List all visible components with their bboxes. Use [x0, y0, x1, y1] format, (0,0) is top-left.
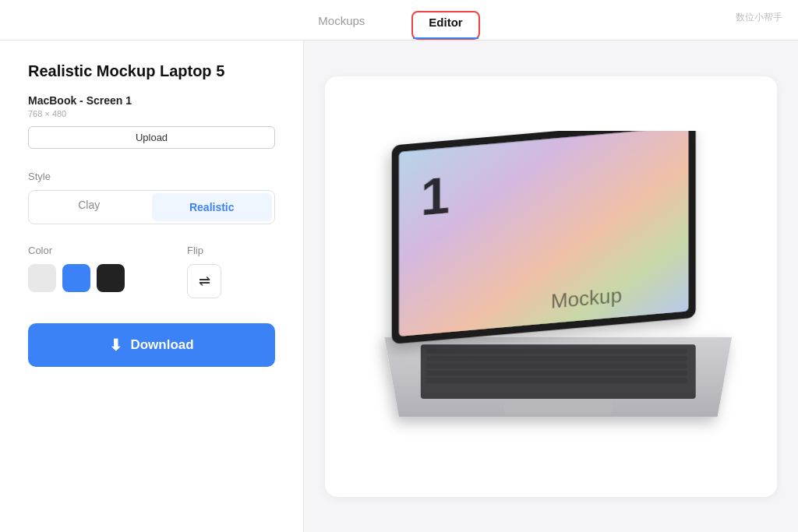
style-realistic[interactable]: Realistic	[152, 193, 273, 221]
download-button[interactable]: ⬇ Download	[28, 323, 275, 367]
laptop-mockup: 1 Mockup	[348, 131, 754, 442]
screen-dimensions: 768 × 480	[28, 109, 275, 118]
download-label: Download	[130, 337, 193, 353]
svg-rect-4	[426, 363, 687, 368]
style-toggle: Clay Realistic	[28, 190, 275, 224]
left-panel: Realistic Mockup Laptop 5 MacBook - Scre…	[0, 41, 304, 532]
right-panel: 1 Mockup	[304, 41, 798, 532]
style-clay[interactable]: Clay	[29, 191, 150, 224]
color-swatch-white[interactable]	[28, 264, 56, 292]
mockup-title: Realistic Mockup Laptop 5	[28, 62, 275, 80]
color-flip-row: Color Flip ⇌	[28, 245, 275, 298]
main-layout: Realistic Mockup Laptop 5 MacBook - Scre…	[0, 41, 798, 532]
download-icon: ⬇	[109, 336, 122, 354]
flip-button[interactable]: ⇌	[187, 264, 221, 298]
flip-section: Flip ⇌	[187, 245, 221, 298]
upload-button[interactable]: Upload	[28, 126, 275, 149]
tab-mockups[interactable]: Mockups	[318, 14, 365, 37]
tab-editor[interactable]: Editor	[411, 11, 479, 40]
style-section-label: Style	[28, 171, 275, 182]
color-swatches	[28, 264, 125, 292]
svg-rect-5	[426, 370, 687, 375]
svg-rect-2	[426, 348, 687, 354]
flip-icon: ⇌	[199, 273, 210, 290]
color-section: Color	[28, 245, 125, 292]
preview-card: 1 Mockup	[325, 76, 777, 497]
svg-rect-7	[504, 400, 613, 413]
watermark: 数位小帮手	[736, 11, 782, 24]
svg-rect-6	[426, 378, 687, 383]
svg-text:1: 1	[421, 165, 450, 226]
screen-label: MacBook - Screen 1	[28, 94, 275, 107]
svg-rect-9	[399, 131, 688, 336]
color-swatch-dark[interactable]	[97, 264, 125, 292]
top-navigation: Mockups Editor 数位小帮手	[0, 0, 798, 41]
color-label: Color	[28, 245, 125, 256]
color-swatch-blue[interactable]	[62, 264, 90, 292]
svg-rect-3	[426, 356, 687, 361]
flip-label: Flip	[187, 245, 221, 256]
